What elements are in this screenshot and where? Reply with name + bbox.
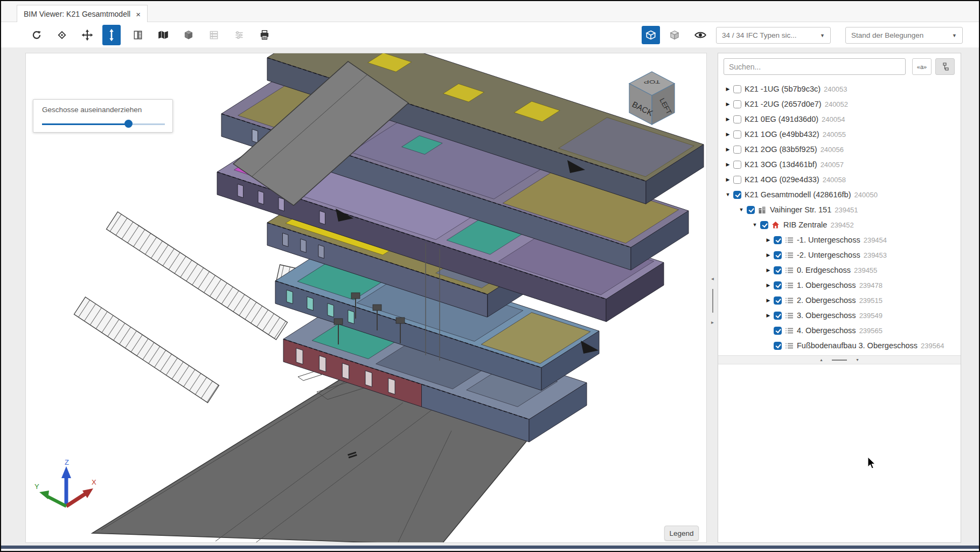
section-button[interactable] (129, 26, 147, 44)
tree-row[interactable]: ▶ 3. Obergeschoss 239549 (718, 308, 961, 323)
tree-row[interactable]: ▶ K21 0EG (491d36d0) 240054 (718, 112, 961, 127)
expand-arrow-icon[interactable]: ▶ (764, 267, 773, 273)
splitter-collapse-icon[interactable]: ◄ (711, 277, 715, 281)
divider-handle[interactable] (832, 360, 847, 361)
legend-button[interactable]: Legend (664, 526, 699, 541)
tree-row[interactable]: ▼ Vaihinger Str. 151 239451 (718, 202, 961, 217)
tree-checkbox[interactable] (747, 206, 755, 214)
tree-item-id: 240057 (821, 161, 844, 169)
tree-row[interactable]: ▶ K21 3OG (13d461bf) 240057 (718, 157, 961, 172)
expand-arrow-icon[interactable]: ▶ (724, 132, 732, 137)
tree-checkbox[interactable] (774, 312, 782, 320)
explode-slider-handle[interactable] (124, 120, 133, 128)
tree-row[interactable]: ▼ K21 Gesamtmodell (428616fb) 240050 (718, 187, 961, 202)
pan-button[interactable] (78, 26, 96, 44)
tree-panel-divider[interactable]: ▲ ▼ (718, 355, 961, 364)
tab-bim-viewer[interactable]: BIM Viewer: K21 Gesamtmodell × (17, 5, 148, 23)
storey-icon (785, 342, 795, 350)
tree-checkbox[interactable] (774, 236, 782, 244)
splitter-expand-icon[interactable]: ► (711, 320, 715, 325)
house-icon (772, 221, 781, 229)
box-3d-button[interactable] (642, 26, 660, 44)
axis-z-label: Z (65, 459, 69, 466)
tree-checkbox[interactable] (774, 281, 782, 289)
refresh-button[interactable] (27, 26, 46, 44)
search-input[interactable] (724, 58, 906, 75)
tree-checkbox[interactable] (774, 327, 782, 335)
expand-arrow-icon[interactable]: ▶ (724, 147, 732, 152)
splitter-handle[interactable] (712, 289, 713, 313)
tree-row[interactable]: ▶ K21 1OG (e49bb432) 240055 (718, 127, 961, 142)
expand-arrow-icon[interactable]: ▶ (724, 177, 732, 182)
tree-row[interactable]: 4. Obergeschoss 239565 (718, 323, 961, 338)
tree-checkbox[interactable] (760, 221, 768, 229)
print-icon (259, 30, 270, 40)
tree-checkbox[interactable] (733, 176, 741, 184)
tree-checkbox[interactable] (733, 191, 741, 199)
tree-checkbox[interactable] (774, 296, 782, 305)
zoom-extents-button[interactable] (53, 26, 71, 44)
tree-view-button[interactable] (935, 58, 955, 75)
visibility-button[interactable] (691, 26, 710, 44)
expand-arrow-icon[interactable]: ▶ (724, 116, 732, 122)
tree-checkbox[interactable] (733, 130, 741, 139)
expand-arrow-icon[interactable]: ▼ (724, 192, 732, 197)
ifc-filter-dropdown[interactable]: 34 / 34 IFC Typen sic... ▼ (716, 27, 831, 44)
tree-row[interactable]: Fußbodenaufbau 3. Obergeschoss 239564 (718, 338, 961, 353)
expand-arrow-icon[interactable]: ▶ (764, 252, 773, 258)
tree-row[interactable]: ▶ K21 2OG (83b5f925) 240056 (718, 142, 961, 157)
tree-checkbox[interactable] (774, 342, 782, 350)
navigation-cube[interactable]: TOP BACK LEFT (625, 70, 679, 133)
tree-item-id: 240056 (821, 146, 844, 154)
model-button[interactable] (179, 26, 198, 44)
navcube-top-face[interactable]: TOP (644, 79, 661, 85)
tree-checkbox[interactable] (733, 115, 741, 123)
print-button[interactable] (255, 26, 274, 44)
match-mode-button[interactable]: «a» (912, 58, 932, 75)
tree-row[interactable]: ▶ 1. Obergeschoss 239478 (718, 278, 961, 293)
expand-arrow-icon[interactable]: ▼ (737, 207, 746, 212)
tree-checkbox[interactable] (733, 161, 741, 169)
tree-row[interactable]: ▶ K21 -1UG (5b7b9c3c) 240053 (718, 81, 961, 96)
expand-arrow-icon[interactable]: ▶ (764, 237, 773, 243)
tree-checkbox[interactable] (774, 251, 782, 259)
explode-storeys-button[interactable] (102, 25, 121, 45)
expand-arrow-icon[interactable]: ▶ (724, 162, 732, 167)
expand-arrow-icon[interactable]: ▼ (750, 222, 759, 227)
tab-close-icon[interactable]: × (136, 10, 141, 18)
settings-button[interactable] (230, 26, 248, 44)
tree-checkbox[interactable] (733, 146, 741, 154)
tree-view-icon (941, 63, 949, 71)
tree-row[interactable]: ▶ -2. Untergeschoss 239453 (718, 247, 961, 263)
tree-item-id: 240055 (823, 130, 846, 139)
tree-row[interactable]: ▶ 2. Obergeschoss 239515 (718, 293, 961, 308)
model-viewport[interactable]: Geschosse auseinanderziehen TOP BACK LEF… (25, 53, 707, 543)
tree-checkbox[interactable] (774, 266, 782, 274)
expand-arrow-icon[interactable]: ▶ (764, 282, 773, 288)
expand-arrow-icon[interactable]: ▶ (724, 86, 732, 92)
measure-button[interactable] (205, 26, 223, 44)
tree-row[interactable]: ▼ RIB Zentrale 239452 (718, 217, 961, 232)
ramp-hatched-upper (107, 212, 288, 340)
chevron-down-icon: ▼ (816, 33, 825, 38)
tree-checkbox[interactable] (733, 100, 741, 108)
expand-arrow-icon[interactable]: ▶ (724, 101, 732, 107)
expand-arrow-icon[interactable]: ▶ (764, 298, 773, 303)
divider-up-icon[interactable]: ▲ (819, 358, 823, 362)
refresh-icon (31, 30, 42, 40)
tree-row[interactable]: ▶ -1. Untergeschoss 239454 (718, 232, 961, 247)
tree-item-id: 239453 (864, 251, 887, 259)
tree-item-label: K21 1OG (e49bb432) (745, 130, 819, 139)
map-button[interactable] (154, 26, 172, 44)
tree-row[interactable]: ▶ K21 4OG (029e4d33) 240058 (718, 172, 961, 187)
view-mode-dropdown[interactable]: Stand der Belegungen ▼ (845, 27, 963, 44)
tree-checkbox[interactable] (733, 85, 741, 93)
expand-arrow-icon[interactable]: ▶ (764, 313, 773, 318)
explode-slider-panel: Geschosse auseinanderziehen (33, 99, 173, 133)
tree-row[interactable]: ▶ K21 -2UG (2657d0e7) 240052 (718, 96, 961, 112)
explode-slider-track[interactable] (42, 123, 165, 125)
tree-row[interactable]: ▶ 0. Erdgeschoss 239455 (718, 263, 961, 278)
storey-icon (785, 296, 795, 305)
cube-button[interactable] (665, 26, 684, 44)
divider-down-icon[interactable]: ▼ (856, 358, 859, 362)
